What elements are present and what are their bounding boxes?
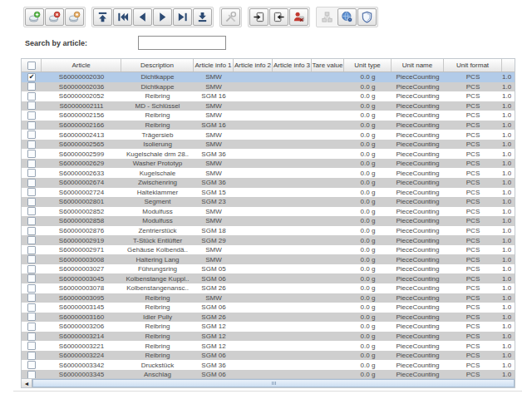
column-header[interactable]: Description xyxy=(121,59,194,71)
column-header[interactable]: Unit name xyxy=(392,59,444,71)
table-row[interactable]: ✔S60000002030DichtkappeSMW0.0 gPieceCoun… xyxy=(22,72,515,82)
row-checkbox[interactable] xyxy=(27,101,36,110)
go-first-button[interactable] xyxy=(93,8,112,26)
table-row[interactable]: S60000002052ReibringSGM 160.0 gPieceCoun… xyxy=(22,91,515,101)
add-record-button[interactable] xyxy=(25,8,44,26)
row-checkbox[interactable] xyxy=(27,150,36,158)
table-row[interactable]: S60000002166ReibringSGM 160.0 gPieceCoun… xyxy=(22,121,515,131)
fast-next-button[interactable] xyxy=(173,8,192,26)
table-row[interactable]: S60000003160Idler PullySGM 260.0 gPieceC… xyxy=(22,313,515,323)
row-checkbox[interactable] xyxy=(27,82,36,91)
row-checkbox[interactable] xyxy=(27,179,36,187)
table-row[interactable]: S60000002724HalteklammerSGM 150.0 gPiece… xyxy=(22,188,515,198)
row-checkbox[interactable] xyxy=(27,92,36,101)
table-row[interactable]: S60000002876ZentrierstückSGM 180.0 gPiec… xyxy=(22,226,515,236)
column-header[interactable]: Unit type xyxy=(344,59,392,71)
table-cell: SGM 06 xyxy=(194,274,234,283)
table-row[interactable]: S60000003095ReibringSMW0.0 gPieceCountin… xyxy=(22,293,515,303)
scrollbar-thumb[interactable] xyxy=(32,379,515,387)
select-all-checkbox[interactable] xyxy=(27,62,36,70)
table-row[interactable]: S60000002111MD - SchlüsselSMW0.0 gPieceC… xyxy=(22,101,515,111)
table-row[interactable]: S60000003224ReibringSGM 060.0 gPieceCoun… xyxy=(22,351,515,361)
row-checkbox[interactable] xyxy=(27,342,36,350)
previous-button[interactable] xyxy=(133,8,152,26)
column-header[interactable]: Article info 2 xyxy=(234,59,273,71)
delete-record-button[interactable] xyxy=(45,8,64,26)
scroll-left-arrow-icon[interactable]: ◄ xyxy=(22,379,32,387)
table-row[interactable]: S60000002858ModulfussSMW0.0 gPieceCounti… xyxy=(22,216,515,226)
row-checkbox[interactable] xyxy=(27,227,36,235)
row-checkbox[interactable] xyxy=(27,332,36,341)
row-checkbox[interactable] xyxy=(27,160,36,168)
shield-button[interactable] xyxy=(357,8,377,26)
horizontal-scrollbar[interactable]: ◄ xyxy=(21,378,515,388)
table-row[interactable]: S60000002801SegmentSGM 230.0 gPieceCount… xyxy=(22,197,515,207)
row-checkbox[interactable] xyxy=(27,255,36,264)
table-row[interactable]: S60000003206ReibringSGM 120.0 gPieceCoun… xyxy=(22,322,515,332)
table-row[interactable]: S60000003078Kolbenstangenansc..SGM 260.0… xyxy=(22,283,515,293)
table-row[interactable]: S60000002971Gehäuse Kolbendä..SMW0.0 gPi… xyxy=(22,245,515,255)
article-table: ArticleDescriptionArticle info 1Article … xyxy=(21,58,515,388)
row-checkbox[interactable] xyxy=(27,217,36,225)
row-checkbox[interactable] xyxy=(27,323,36,331)
row-checkbox[interactable] xyxy=(27,361,36,369)
table-cell: Reibring xyxy=(121,91,194,101)
table-cell: 0.0 g xyxy=(344,361,392,370)
table-cell: SGM 18 xyxy=(194,226,234,235)
table-row[interactable]: S60000002633KugelschaleSMW0.0 gPieceCoun… xyxy=(22,168,515,178)
row-checkbox[interactable] xyxy=(27,236,36,244)
table-row[interactable]: S60000002036DichtkappeSMW0.0 gPieceCount… xyxy=(22,82,515,92)
row-checkbox[interactable] xyxy=(27,352,36,360)
table-row[interactable]: S60000002413TrägersiebSMW0.0 gPieceCount… xyxy=(22,130,515,140)
table-row[interactable]: S60000003045Kolbenstange Kuppl..SGM 060.… xyxy=(22,273,515,283)
export-button[interactable] xyxy=(269,8,288,26)
row-checkbox[interactable] xyxy=(27,293,36,302)
table-row[interactable]: S60000002565IsolierungSMW0.0 gPieceCount… xyxy=(22,140,515,150)
row-checkbox[interactable] xyxy=(27,169,36,177)
column-header[interactable]: Article info 1 xyxy=(194,59,234,71)
column-header[interactable]: Tare value xyxy=(312,59,344,71)
table-row[interactable]: S60000003342DruckstückSGM 360.0 gPieceCo… xyxy=(22,360,515,370)
table-cell: 1.0 xyxy=(502,150,511,159)
row-checkbox[interactable] xyxy=(27,121,36,130)
table-row[interactable]: S60000003145ReibringSGM 060.0 gPieceCoun… xyxy=(22,303,515,313)
table-row[interactable]: S60000002919T-Stück EntlüfterSGM 290.0 g… xyxy=(22,235,515,245)
delete-user-button[interactable] xyxy=(289,8,308,26)
row-checkbox[interactable] xyxy=(27,303,36,312)
globe-button[interactable] xyxy=(337,8,357,26)
column-header[interactable]: Unit format xyxy=(444,59,502,71)
table-row[interactable]: S60000002599Kugelschale drm 28..SGM 360.… xyxy=(22,149,515,159)
import-button[interactable] xyxy=(249,8,268,26)
edit-record-button[interactable] xyxy=(65,8,84,26)
go-last-button[interactable] xyxy=(193,8,212,26)
table-row[interactable]: S60000003214ReibringSGM 120.0 gPieceCoun… xyxy=(22,332,515,342)
row-checkbox[interactable] xyxy=(27,313,36,321)
row-checkbox[interactable] xyxy=(27,207,36,215)
table-cell: Reibring xyxy=(121,303,194,312)
row-checkbox[interactable] xyxy=(27,111,36,120)
row-checkbox[interactable] xyxy=(27,265,36,273)
table-row[interactable]: S60000003027FührungsringSGM 050.0 gPiece… xyxy=(22,264,515,274)
fast-previous-button[interactable] xyxy=(113,8,132,26)
table-row[interactable]: S60000002674ZwischenringSGM 360.0 gPiece… xyxy=(22,178,515,188)
select-all-header[interactable] xyxy=(22,59,42,71)
table-cell: 1.0 xyxy=(502,236,511,245)
table-row[interactable]: S60000003008Haltering LangSMW0.0 gPieceC… xyxy=(22,254,515,264)
row-checkbox[interactable] xyxy=(27,284,36,293)
row-checkbox[interactable] xyxy=(27,188,36,196)
next-button[interactable] xyxy=(153,8,172,26)
column-header[interactable]: Article info 3 xyxy=(273,59,312,71)
row-checkbox[interactable] xyxy=(27,140,36,149)
table-row[interactable]: S60000002852ModulfussSMW0.0 gPieceCounti… xyxy=(22,207,515,217)
row-checkbox[interactable] xyxy=(27,131,36,139)
table-row[interactable]: S60000002156ReibringSMW0.0 gPieceCountin… xyxy=(22,111,515,121)
row-checkbox[interactable]: ✔ xyxy=(27,73,36,81)
row-checkbox[interactable] xyxy=(27,246,36,254)
table-row[interactable]: S60000002629Washer PrototypSMW0.0 gPiece… xyxy=(22,159,515,169)
column-header[interactable]: Article xyxy=(42,59,121,71)
table-row[interactable]: S60000003221ReibringSGM 120.0 gPieceCoun… xyxy=(22,341,515,351)
row-checkbox[interactable] xyxy=(27,198,36,206)
search-input[interactable] xyxy=(138,36,226,50)
row-checkbox[interactable] xyxy=(27,274,36,283)
toolbar-group xyxy=(316,7,378,27)
